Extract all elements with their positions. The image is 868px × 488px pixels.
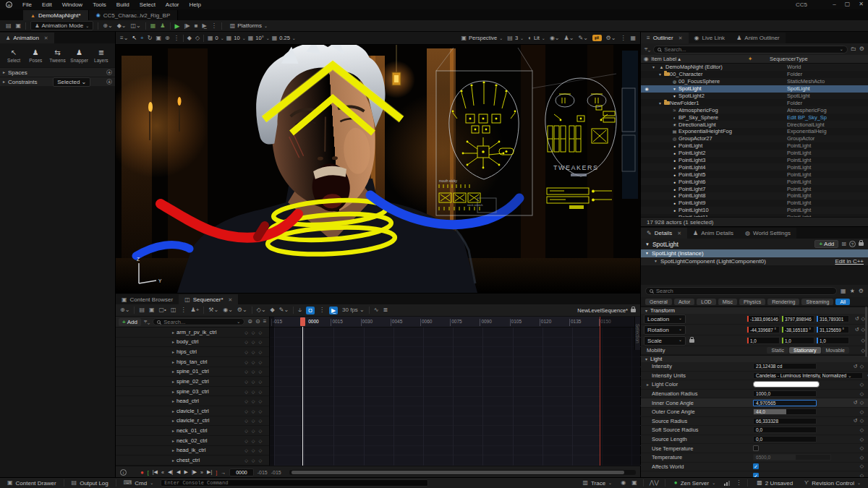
lock-icon[interactable] (859, 242, 864, 246)
expander-icon[interactable]: ▸ (172, 438, 174, 443)
sequencer-track-row[interactable]: ▸ spine_02_ctrl ◇ ◇ ◇ (116, 377, 269, 387)
outliner-row[interactable]: ▾ SpotLight SpotLight (641, 85, 868, 93)
add-key-icon[interactable]: ◇ (252, 389, 255, 394)
platforms-button[interactable]: ▥ Platforms ⌄ (226, 22, 271, 30)
expander-icon[interactable]: ▸ (172, 408, 174, 414)
add-key-icon[interactable]: ◇ (252, 438, 255, 443)
filter-chip[interactable]: General (645, 299, 672, 305)
add-key-icon[interactable]: ◇ (252, 330, 255, 335)
step-back-button[interactable]: ◀| (168, 469, 173, 475)
quick-add-icon[interactable]: ⊕⌄ (103, 23, 112, 29)
outliner-row[interactable]: ▾ PointLight3 PointLight (641, 157, 868, 164)
mobility-option[interactable]: Stationary (789, 347, 821, 354)
tools-wrench-icon[interactable]: ⚒⌄ (208, 307, 218, 313)
menu-item[interactable]: File (18, 1, 36, 9)
expander-icon[interactable]: ▸ (172, 379, 174, 384)
close-icon[interactable]: ✕ (677, 231, 681, 236)
property-row[interactable]: Outer Cone Angle 44,0 ↺ ◇ (641, 408, 868, 417)
prev-key-icon[interactable]: ◇ (244, 339, 248, 344)
outliner-row[interactable]: ▾ PointLight7 PointLight (641, 185, 868, 192)
unsaved-button[interactable]: ▩ 2 Unsaved (754, 480, 796, 487)
property-row[interactable]: Inner Cone Angle 4,970565 ↺ ◇ (641, 398, 868, 408)
autoscroll-icon[interactable]: ▶̲ (329, 307, 338, 314)
keyframe-icon[interactable]: ◇ (859, 463, 865, 469)
world-icon[interactable]: ⊕⌄ (120, 307, 129, 313)
location-y-field[interactable]: 3797,898946 (781, 315, 814, 322)
sequencer-track-row[interactable]: ▸ head_ctrl ◇ ◇ ◇ (116, 396, 269, 406)
outliner-row[interactable]: ▾ PointLight8 PointLight (641, 192, 868, 200)
component-row[interactable]: ▼ SpotLightComponent (LightComponent0) E… (641, 257, 868, 266)
browse-sequence-icon[interactable]: ▣ (149, 307, 155, 313)
snap-value-button[interactable]: ▦10°⌄ (248, 35, 270, 41)
prev-key-icon[interactable]: ◇ (244, 418, 248, 423)
light-color-swatch[interactable] (753, 381, 820, 388)
outliner-search[interactable]: ⌄ (653, 46, 848, 53)
snap-magnet-icon[interactable]: Ω (306, 307, 315, 314)
sequencer-link-icon[interactable]: ⇄ (592, 35, 602, 41)
column-sequencer[interactable]: Sequencer (770, 56, 796, 62)
sequencer-timeline[interactable]: -015000000150030004500600075009001050120… (269, 317, 640, 466)
property-row[interactable]: Temperature 6500,0 ↺ ◇ (641, 453, 868, 463)
expander-icon[interactable]: ▸ (3, 70, 5, 74)
reset-icon[interactable]: ↺ (852, 364, 859, 369)
expander-icon[interactable]: ▸ (172, 330, 174, 335)
display-grid-icon[interactable]: ▦ (841, 288, 846, 294)
playback-end-marker[interactable] (600, 317, 600, 466)
loop-button[interactable]: → (221, 470, 226, 475)
scale-lock-icon[interactable] (689, 339, 694, 343)
show-flags-icon[interactable]: ◉⌄ (550, 35, 560, 41)
next-key-icon[interactable]: ◇ (258, 448, 262, 453)
prev-key-icon[interactable]: ◇ (244, 428, 248, 433)
rotation-dropdown[interactable]: Rotation⌄ (644, 325, 686, 335)
character-show-icon[interactable]: ♟⌄ (564, 35, 574, 41)
add-space-icon[interactable]: + (106, 69, 112, 75)
next-key-icon[interactable]: ◇ (258, 379, 262, 384)
menu-item[interactable]: Build (112, 1, 134, 9)
outliner-row[interactable]: ▾ PointLight4 PointLight (641, 163, 868, 171)
expander-icon[interactable]: ▸ (172, 339, 174, 344)
menu-item[interactable]: Select (135, 1, 160, 9)
actor-snap-icon[interactable]: ◇ (195, 35, 200, 41)
menu-item[interactable]: Actor (161, 1, 184, 9)
stop-button[interactable]: ■ (195, 23, 198, 29)
expander-icon[interactable]: ▸ (172, 458, 174, 463)
keyframe-options-icon[interactable]: ◇⌄ (257, 307, 266, 313)
expander-icon[interactable]: ▾ (659, 100, 664, 106)
reset-icon[interactable]: ↺ (855, 316, 859, 322)
animation-tool-button[interactable]: ⇆ Tweens (47, 48, 67, 63)
more-icon[interactable]: ⋮ (620, 35, 626, 41)
next-key-icon[interactable]: ◇ (258, 408, 262, 414)
eject-button[interactable]: ▶̲ (203, 23, 207, 29)
outliner-row[interactable]: ▾ PointLight5 PointLight (641, 171, 868, 178)
next-key-icon[interactable]: ◇ (258, 349, 262, 354)
expander-icon[interactable]: ▸ (172, 448, 174, 453)
light-section-header[interactable]: ▾Light (641, 355, 868, 362)
rotate-tool-icon[interactable]: ↻ (148, 35, 153, 41)
scale-tool-icon[interactable]: ▣ (156, 35, 161, 41)
more-icon[interactable]: ⋮ (180, 307, 186, 313)
expander-icon[interactable]: ▾ (652, 64, 658, 69)
tab-blueprint[interactable]: ◉ CC5_Charac..lv2_Rig_BP (89, 10, 179, 20)
sequencer-track-row[interactable]: ▸ spine_01_ctrl ◇ ◇ ◇ (116, 367, 269, 377)
chevron-down-icon[interactable]: ⌄ (840, 47, 843, 51)
select-tool-icon[interactable]: ↖ (132, 35, 137, 41)
close-icon[interactable]: ✕ (229, 297, 233, 303)
property-value-field[interactable]: 1000,0 (753, 390, 817, 397)
column-item-label[interactable]: Item Label ▴ (651, 56, 748, 62)
add-key-icon[interactable]: ◇ (252, 349, 255, 354)
outliner-row[interactable]: ▾ DemoMapNight (Editor) World (641, 64, 868, 71)
outliner-row[interactable]: ▾ GroupActor27 GroupActor (641, 135, 868, 142)
location-z-field[interactable]: 316,789301 (816, 315, 849, 322)
tab-world-settings[interactable]: ◍ World Settings (739, 228, 796, 239)
prev-key-button[interactable]: « (161, 470, 164, 475)
move-tool-icon[interactable]: + (140, 35, 144, 41)
playhead-line[interactable] (302, 327, 303, 466)
settings-icon[interactable]: ⚙ (859, 288, 864, 294)
add-constraint-icon[interactable]: + (106, 79, 112, 85)
viewport-scene[interactable]: mouth sticky neck stretch (116, 45, 640, 293)
set-end-bracket[interactable]: ] (216, 470, 217, 475)
filter-chip[interactable]: Physics (739, 299, 765, 305)
add-key-icon[interactable]: ◇ (252, 458, 255, 463)
prev-key-icon[interactable]: ◇ (244, 330, 248, 335)
blueprint-convert-icon[interactable]: ⊞ (841, 241, 846, 247)
